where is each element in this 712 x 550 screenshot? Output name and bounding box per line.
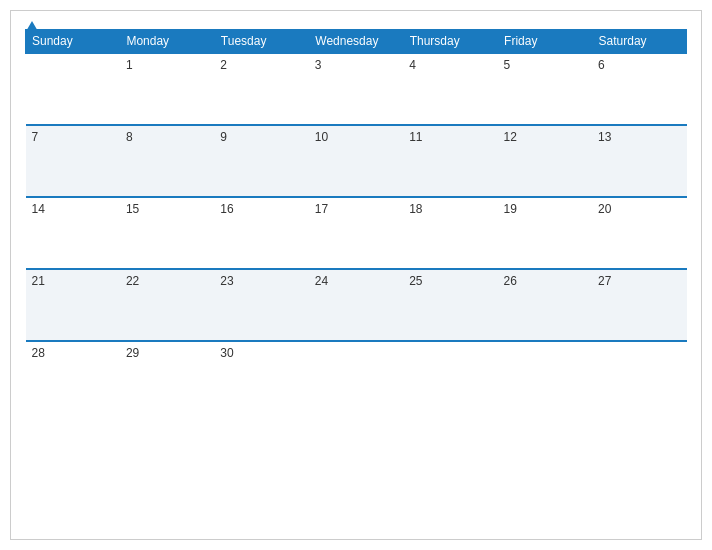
col-saturday: Saturday xyxy=(592,30,686,54)
day-number: 10 xyxy=(315,130,328,144)
calendar-day-cell: 19 xyxy=(498,197,592,269)
calendar-day-cell: 11 xyxy=(403,125,497,197)
col-friday: Friday xyxy=(498,30,592,54)
day-number: 2 xyxy=(220,58,227,72)
calendar-day-cell: 2 xyxy=(214,53,308,125)
calendar-day-cell: 12 xyxy=(498,125,592,197)
day-number: 27 xyxy=(598,274,611,288)
calendar-day-cell: 6 xyxy=(592,53,686,125)
day-number: 13 xyxy=(598,130,611,144)
calendar-day-cell xyxy=(592,341,686,413)
calendar-container: Sunday Monday Tuesday Wednesday Thursday… xyxy=(10,10,702,540)
calendar-body: 1234567891011121314151617181920212223242… xyxy=(26,53,687,413)
logo-blue-text xyxy=(25,21,41,33)
col-wednesday: Wednesday xyxy=(309,30,403,54)
calendar-day-cell: 24 xyxy=(309,269,403,341)
day-number: 1 xyxy=(126,58,133,72)
col-thursday: Thursday xyxy=(403,30,497,54)
calendar-week-row: 282930 xyxy=(26,341,687,413)
day-number: 7 xyxy=(32,130,39,144)
day-number: 19 xyxy=(504,202,517,216)
col-sunday: Sunday xyxy=(26,30,120,54)
calendar-day-cell: 9 xyxy=(214,125,308,197)
day-number: 16 xyxy=(220,202,233,216)
day-number: 17 xyxy=(315,202,328,216)
calendar-day-cell xyxy=(309,341,403,413)
day-number: 15 xyxy=(126,202,139,216)
calendar-day-cell: 26 xyxy=(498,269,592,341)
day-number: 26 xyxy=(504,274,517,288)
calendar-day-cell: 29 xyxy=(120,341,214,413)
day-number: 3 xyxy=(315,58,322,72)
col-monday: Monday xyxy=(120,30,214,54)
calendar-day-cell: 23 xyxy=(214,269,308,341)
calendar-day-cell: 14 xyxy=(26,197,120,269)
calendar-day-cell: 18 xyxy=(403,197,497,269)
day-number: 5 xyxy=(504,58,511,72)
calendar-day-cell: 16 xyxy=(214,197,308,269)
calendar-day-cell: 27 xyxy=(592,269,686,341)
day-number: 4 xyxy=(409,58,416,72)
col-tuesday: Tuesday xyxy=(214,30,308,54)
day-number: 24 xyxy=(315,274,328,288)
calendar-week-row: 14151617181920 xyxy=(26,197,687,269)
calendar-week-row: 21222324252627 xyxy=(26,269,687,341)
day-number: 25 xyxy=(409,274,422,288)
day-number: 30 xyxy=(220,346,233,360)
day-number: 9 xyxy=(220,130,227,144)
day-number: 12 xyxy=(504,130,517,144)
calendar-day-cell xyxy=(498,341,592,413)
day-number: 23 xyxy=(220,274,233,288)
calendar-day-cell: 15 xyxy=(120,197,214,269)
calendar-week-row: 78910111213 xyxy=(26,125,687,197)
day-number: 11 xyxy=(409,130,422,144)
day-number: 28 xyxy=(32,346,45,360)
calendar-day-cell: 3 xyxy=(309,53,403,125)
logo-triangle-icon xyxy=(25,21,39,33)
calendar-day-cell: 8 xyxy=(120,125,214,197)
day-number: 14 xyxy=(32,202,45,216)
calendar-day-cell: 20 xyxy=(592,197,686,269)
day-number: 6 xyxy=(598,58,605,72)
calendar-day-cell: 28 xyxy=(26,341,120,413)
calendar-day-cell xyxy=(26,53,120,125)
calendar-day-cell: 5 xyxy=(498,53,592,125)
calendar-week-row: 123456 xyxy=(26,53,687,125)
day-number: 21 xyxy=(32,274,45,288)
calendar-day-cell: 7 xyxy=(26,125,120,197)
day-number: 20 xyxy=(598,202,611,216)
calendar-day-cell: 22 xyxy=(120,269,214,341)
day-number: 29 xyxy=(126,346,139,360)
calendar-grid: Sunday Monday Tuesday Wednesday Thursday… xyxy=(25,29,687,413)
logo xyxy=(25,21,41,33)
calendar-day-cell: 13 xyxy=(592,125,686,197)
calendar-day-cell: 4 xyxy=(403,53,497,125)
calendar-day-cell xyxy=(403,341,497,413)
day-number: 22 xyxy=(126,274,139,288)
calendar-day-cell: 25 xyxy=(403,269,497,341)
calendar-day-cell: 30 xyxy=(214,341,308,413)
calendar-day-cell: 21 xyxy=(26,269,120,341)
calendar-day-cell: 10 xyxy=(309,125,403,197)
calendar-day-cell: 1 xyxy=(120,53,214,125)
calendar-header-row: Sunday Monday Tuesday Wednesday Thursday… xyxy=(26,30,687,54)
calendar-day-cell: 17 xyxy=(309,197,403,269)
day-number: 8 xyxy=(126,130,133,144)
day-number: 18 xyxy=(409,202,422,216)
